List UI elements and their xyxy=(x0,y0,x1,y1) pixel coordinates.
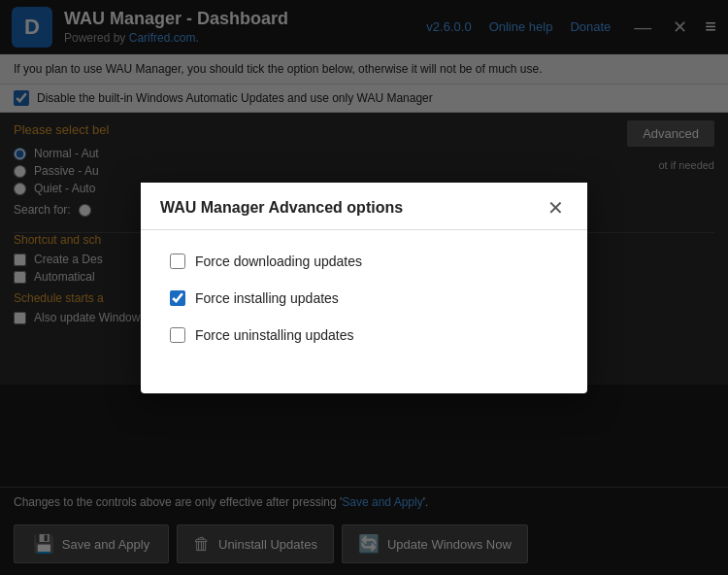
force-install-checkbox[interactable] xyxy=(170,290,185,306)
force-install-label: Force installing updates xyxy=(195,290,339,306)
modal-option-2: Force installing updates xyxy=(170,290,558,306)
modal-close-button[interactable]: ✕ xyxy=(544,198,568,218)
modal-option-3: Force uninstalling updates xyxy=(170,327,558,343)
modal-dialog: WAU Manager Advanced options ✕ Force dow… xyxy=(141,183,587,393)
force-uninstall-checkbox[interactable] xyxy=(170,327,185,343)
modal-header: WAU Manager Advanced options ✕ xyxy=(141,183,587,230)
modal-option-1: Force downloading updates xyxy=(170,254,558,269)
modal-overlay[interactable]: WAU Manager Advanced options ✕ Force dow… xyxy=(0,0,728,575)
force-download-checkbox[interactable] xyxy=(170,254,185,269)
modal-body: Force downloading updates Force installi… xyxy=(141,230,587,393)
force-uninstall-label: Force uninstalling updates xyxy=(195,327,353,343)
modal-title: WAU Manager Advanced options xyxy=(160,199,403,217)
force-download-label: Force downloading updates xyxy=(195,254,362,269)
